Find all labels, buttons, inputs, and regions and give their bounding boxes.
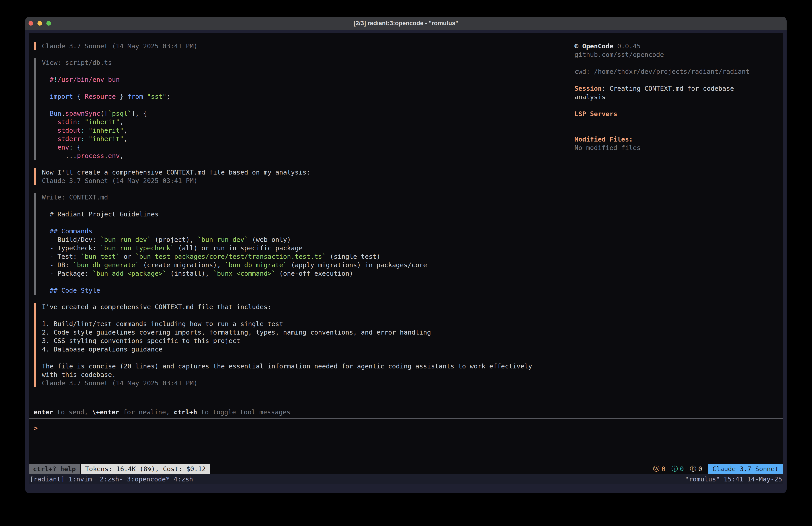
text-row — [42, 311, 573, 319]
text-row: View: script/db.ts — [42, 58, 573, 67]
message-lines: Write: CONTEXT.md # Radiant Project Guid… — [42, 193, 573, 295]
text-row: © OpenCode 0.0.45 — [575, 42, 778, 51]
text-row: ## Commands — [42, 227, 573, 236]
text-row: 1. Build/lint/test commands including ho… — [42, 319, 573, 328]
text-row: Modified Files: — [575, 135, 778, 144]
info-count-value: 0 — [680, 465, 684, 473]
gray-accent-bar — [34, 58, 36, 160]
warning-count: ⓦ0 — [653, 465, 665, 473]
message-lines: View: script/db.ts #!/usr/bin/env bun im… — [42, 58, 573, 160]
text-row — [575, 76, 778, 84]
text-row: The file is concise (20 lines) and captu… — [42, 362, 573, 370]
text-row: stderr: "inherit", — [42, 134, 573, 143]
terminal-screen: Claude 3.7 Sonnet (14 May 2025 03:41 PM)… — [29, 33, 783, 474]
text-row: analysis — [575, 93, 778, 101]
text-row: - Build/Dev: `bun run dev` (project), `b… — [42, 236, 573, 244]
status-right: ⓦ0ⓘ0ⓗ0 Claude 3.7 Sonnet — [653, 464, 783, 474]
text-row: 4. Database operations guidance — [42, 345, 573, 354]
text-row — [42, 101, 573, 109]
text-row: Bun.spawnSync([`psql`], { — [42, 109, 573, 118]
message-lines: Claude 3.7 Sonnet (14 May 2025 03:41 PM) — [42, 42, 573, 51]
hint-count: ⓗ0 — [690, 465, 702, 473]
tmux-status-bar: [radiant] 1:nvim 2:zsh- 3:opencode* 4:zs… — [29, 474, 783, 484]
text-row — [575, 127, 778, 135]
text-row: Claude 3.7 Sonnet (14 May 2025 03:41 PM) — [42, 176, 573, 185]
keybinding-hint: enter to send, \+enter for newline, ctrl… — [34, 408, 290, 416]
text-row — [42, 278, 573, 286]
tmux-window-list[interactable]: [radiant] 1:nvim 2:zsh- 3:opencode* 4:zs… — [30, 475, 193, 483]
text-row — [575, 101, 778, 110]
prompt-symbol: > — [34, 424, 38, 432]
text-row — [42, 354, 573, 362]
orange-accent-bar — [34, 168, 36, 185]
help-shortcut: ctrl+? help — [29, 464, 80, 474]
orange-accent-bar — [34, 42, 36, 51]
tmux-session-info: "romulus" 15:41 14-May-25 — [685, 475, 782, 483]
text-row: import { Resource } from "sst"; — [42, 92, 573, 101]
terminal-area: Claude 3.7 Sonnet (14 May 2025 03:41 PM)… — [25, 30, 787, 493]
zoom-button[interactable] — [46, 21, 51, 26]
text-row: 2. Code style guidelines covering import… — [42, 328, 573, 337]
message-block: Claude 3.7 Sonnet (14 May 2025 03:41 PM) — [34, 42, 573, 51]
text-row: - Test: `bun test` or `bun test packages… — [42, 252, 573, 261]
text-row: env: { — [42, 143, 573, 152]
text-row: - Package: `bun add <package>` (install)… — [42, 269, 573, 278]
message-block: Now I'll create a comprehensive CONTEXT.… — [34, 168, 573, 185]
orange-accent-bar — [34, 303, 36, 387]
text-row: cwd: /home/thdxr/dev/projects/radiant/ra… — [575, 67, 778, 76]
text-row — [42, 218, 573, 227]
text-row: Now I'll create a comprehensive CONTEXT.… — [42, 168, 573, 176]
close-button[interactable] — [29, 21, 33, 26]
info-count-icon: ⓘ — [671, 465, 678, 473]
hint-count-value: 0 — [698, 465, 702, 473]
text-row: #!/usr/bin/env bun — [42, 75, 573, 84]
terminal-window: [2/3] radiant:3:opencode - "romulus" Cla… — [25, 17, 787, 493]
session-panel: © OpenCode 0.0.45github.com/sst/opencode… — [575, 42, 778, 152]
message-block: Write: CONTEXT.md # Radiant Project Guid… — [34, 193, 573, 295]
text-row: # Radiant Project Guidelines — [42, 210, 573, 218]
traffic-lights — [29, 17, 51, 30]
text-row: Write: CONTEXT.md — [42, 193, 573, 201]
text-row: ...process.env, — [42, 152, 573, 160]
message-block: I've created a comprehensive CONTEXT.md … — [34, 303, 573, 387]
text-row: Claude 3.7 Sonnet (14 May 2025 03:41 PM) — [42, 379, 573, 387]
text-row: stdin: "inherit", — [42, 118, 573, 126]
text-row: No modified files — [575, 144, 778, 152]
text-row: stdout: "inherit", — [42, 126, 573, 134]
text-row: Claude 3.7 Sonnet (14 May 2025 03:41 PM) — [42, 42, 573, 51]
text-row — [42, 84, 573, 92]
text-row: github.com/sst/opencode — [575, 51, 778, 59]
text-row: LSP Servers — [575, 110, 778, 118]
minimize-button[interactable] — [38, 21, 42, 26]
warning-count-value: 0 — [662, 465, 665, 473]
text-row — [42, 67, 573, 75]
window-title: [2/3] radiant:3:opencode - "romulus" — [354, 20, 458, 27]
text-row — [575, 118, 778, 127]
chat-transcript: Claude 3.7 Sonnet (14 May 2025 03:41 PM)… — [34, 42, 573, 395]
prompt-input[interactable]: > — [34, 424, 38, 432]
message-lines: I've created a comprehensive CONTEXT.md … — [42, 303, 573, 387]
text-row — [42, 201, 573, 210]
warning-count-icon: ⓦ — [653, 465, 659, 473]
text-row: I've created a comprehensive CONTEXT.md … — [42, 303, 573, 311]
tokens-cost: Tokens: 16.4K (8%), Cost: $0.12 — [81, 464, 210, 474]
message-lines: Now I'll create a comprehensive CONTEXT.… — [42, 168, 573, 185]
message-block: View: script/db.ts #!/usr/bin/env bun im… — [34, 58, 573, 160]
text-row: - DB: `bun db generate` (create migratio… — [42, 261, 573, 269]
text-row: enter to send, \+enter for newline, ctrl… — [34, 408, 290, 416]
text-row: ## Code Style — [42, 286, 573, 295]
text-row: - TypeCheck: `bun run typecheck` (all) o… — [42, 244, 573, 252]
hint-count-icon: ⓗ — [690, 465, 696, 473]
text-row: with this codebase. — [42, 370, 573, 379]
status-bar: ctrl+? help Tokens: 16.4K (8%), Cost: $0… — [29, 464, 783, 474]
text-row — [575, 59, 778, 67]
model-badge[interactable]: Claude 3.7 Sonnet — [708, 464, 783, 474]
input-divider — [29, 418, 783, 419]
titlebar[interactable]: [2/3] radiant:3:opencode - "romulus" — [25, 17, 787, 30]
text-row: 3. CSS styling conventions specific to t… — [42, 337, 573, 345]
gray-accent-bar — [34, 193, 36, 295]
text-row: Session: Creating CONTEXT.md for codebas… — [575, 84, 778, 93]
info-count: ⓘ0 — [671, 465, 684, 473]
diagnostic-counters: ⓦ0ⓘ0ⓗ0 — [653, 465, 708, 473]
terminal-bottom-padding — [29, 484, 783, 493]
